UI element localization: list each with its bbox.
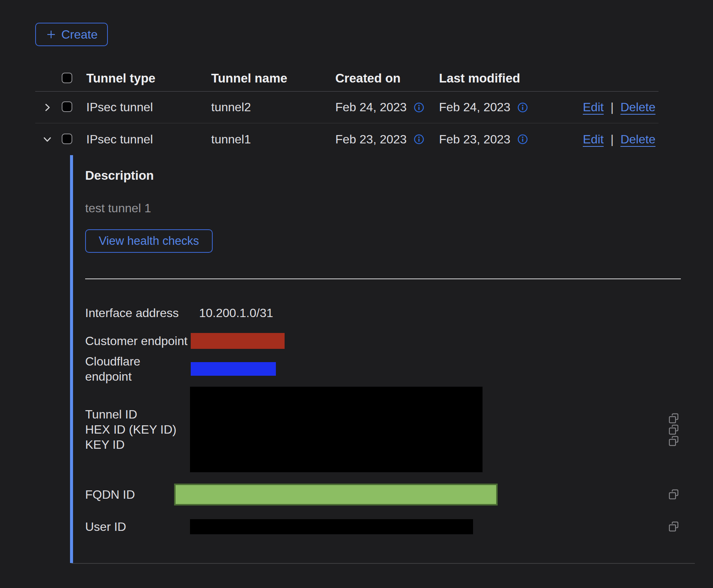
- delete-link[interactable]: Delete: [620, 132, 655, 146]
- row-actions: Edit | Delete: [583, 100, 665, 114]
- create-button[interactable]: Create: [35, 23, 108, 46]
- table-header-row: Tunnel type Tunnel name Created on Last …: [35, 65, 659, 92]
- table-row: IPsec tunnel tunnel1 Feb 23, 2023 Feb 23…: [35, 123, 659, 155]
- fqdn-copy-column: [668, 489, 679, 500]
- copy-icon: [668, 413, 679, 424]
- action-separator: |: [610, 100, 613, 114]
- user-id-row: User ID: [85, 512, 694, 542]
- copy-icon: [668, 436, 679, 447]
- expand-row-button[interactable]: [40, 100, 55, 115]
- edit-link[interactable]: Edit: [583, 132, 604, 146]
- description-value: test tunnel 1: [85, 201, 697, 216]
- interface-address-row: Interface address 10.200.1.0/31: [85, 299, 694, 327]
- tunnel-table: Tunnel type Tunnel name Created on Last …: [35, 65, 659, 564]
- tunnel-ids-labels: Tunnel ID HEX ID (KEY ID) KEY ID: [85, 400, 190, 455]
- tunnel-ids-redacted-value: [190, 387, 483, 472]
- create-button-label: Create: [61, 28, 98, 42]
- last-modified-info-button[interactable]: [517, 102, 528, 113]
- tunnel-id-label: Tunnel ID: [85, 407, 190, 422]
- created-on-cell: Feb 23, 2023: [335, 132, 439, 146]
- user-id-label: User ID: [85, 519, 190, 534]
- view-health-checks-button[interactable]: View health checks: [85, 229, 213, 253]
- action-separator: |: [610, 132, 613, 146]
- chevron-down-icon: [42, 134, 53, 145]
- column-header-created-on: Created on: [335, 71, 439, 86]
- collapse-row-button[interactable]: [40, 132, 55, 147]
- chevron-right-icon: [42, 102, 53, 113]
- table-row: IPsec tunnel tunnel2 Feb 24, 2023 Feb 24…: [35, 92, 659, 123]
- cloudflare-endpoint-label: Cloudflare endpoint: [85, 354, 190, 384]
- column-header-tunnel-name: Tunnel name: [211, 71, 335, 86]
- copy-key-id-button[interactable]: [668, 436, 679, 447]
- row-actions: Edit | Delete: [583, 132, 665, 146]
- customer-endpoint-redacted-value: [191, 333, 285, 349]
- info-circle-icon: [414, 134, 424, 145]
- created-on-info-button[interactable]: [414, 134, 424, 145]
- select-all-checkbox[interactable]: [62, 73, 72, 83]
- expanded-row-panel: Description test tunnel 1 View health ch…: [70, 155, 697, 563]
- copy-tunnel-id-button[interactable]: [668, 413, 679, 424]
- last-modified-info-button[interactable]: [517, 134, 528, 145]
- copy-icon: [668, 521, 679, 532]
- interface-address-label: Interface address: [85, 305, 190, 320]
- column-header-tunnel-type: Tunnel type: [86, 71, 211, 86]
- user-copy-column: [668, 521, 679, 532]
- copy-hex-id-button[interactable]: [668, 424, 679, 436]
- created-on-info-button[interactable]: [414, 102, 424, 113]
- tunnel-type-cell: IPsec tunnel: [86, 100, 211, 114]
- tunnel-name-cell: tunnel1: [211, 132, 335, 146]
- created-on-value: Feb 24, 2023: [335, 100, 407, 114]
- panel-divider: [85, 278, 681, 279]
- copy-user-id-button[interactable]: [668, 521, 679, 532]
- last-modified-value: Feb 23, 2023: [439, 132, 511, 146]
- last-modified-value: Feb 24, 2023: [439, 100, 511, 114]
- copy-fqdn-id-button[interactable]: [668, 489, 679, 500]
- info-circle-icon: [517, 134, 528, 145]
- tunnel-details: Interface address 10.200.1.0/31 Customer…: [85, 299, 697, 542]
- table-bottom-divider: [72, 563, 695, 564]
- delete-link[interactable]: Delete: [620, 100, 655, 114]
- row-checkbox[interactable]: [62, 134, 72, 144]
- key-id-label: KEY ID: [85, 437, 190, 452]
- created-on-cell: Feb 24, 2023: [335, 100, 439, 114]
- copy-icon: [668, 424, 679, 436]
- last-modified-cell: Feb 23, 2023: [439, 132, 583, 146]
- tunnel-ids-section: Tunnel ID HEX ID (KEY ID) KEY ID: [85, 383, 694, 472]
- created-on-value: Feb 23, 2023: [335, 132, 407, 146]
- copy-icon: [668, 489, 679, 500]
- last-modified-cell: Feb 24, 2023: [439, 100, 583, 114]
- interface-address-value: 10.200.1.0/31: [190, 306, 273, 320]
- edit-link[interactable]: Edit: [583, 100, 604, 114]
- row-checkbox[interactable]: [62, 101, 72, 112]
- cloudflare-endpoint-row: Cloudflare endpoint: [85, 355, 694, 383]
- cloudflare-endpoint-redacted-value: [191, 362, 276, 376]
- tunnel-ids-copy-column: [668, 404, 679, 451]
- info-circle-icon: [414, 102, 424, 113]
- customer-endpoint-row: Customer endpoint: [85, 327, 694, 355]
- description-label: Description: [85, 168, 697, 183]
- plus-icon: [45, 29, 57, 40]
- fqdn-id-row: FQDN ID: [85, 478, 694, 512]
- column-header-last-modified: Last modified: [439, 71, 583, 86]
- customer-endpoint-label: Customer endpoint: [85, 333, 190, 348]
- info-circle-icon: [517, 102, 528, 113]
- tunnel-type-cell: IPsec tunnel: [86, 132, 211, 146]
- fqdn-id-redacted-value: [174, 484, 498, 506]
- tunnel-name-cell: tunnel2: [211, 100, 335, 114]
- user-id-redacted-value: [190, 519, 473, 534]
- hex-id-label: HEX ID (KEY ID): [85, 422, 190, 437]
